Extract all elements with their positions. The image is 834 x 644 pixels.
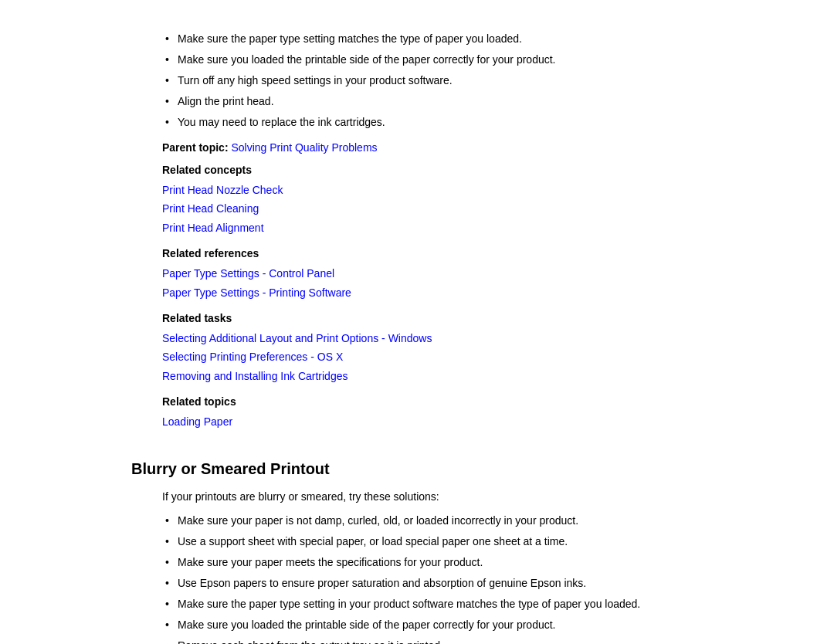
task-link-1: Selecting Additional Layout and Print Op… — [162, 330, 703, 347]
bullet-item-2: Make sure you loaded the printable side … — [162, 52, 703, 68]
bullet-item-4: Align the print head. — [162, 93, 703, 110]
concept-link-alignment[interactable]: Print Head Alignment — [162, 222, 264, 234]
related-concepts-block: Related concepts Print Head Nozzle Check… — [162, 162, 703, 236]
concept-link-2: Print Head Cleaning — [162, 200, 703, 217]
chapter-heading: Blurry or Smeared Printout — [131, 452, 703, 478]
parent-topic-block: Parent topic: Solving Print Quality Prob… — [162, 140, 703, 156]
reference-link-1: Paper Type Settings - Control Panel — [162, 265, 703, 282]
task-link-windows[interactable]: Selecting Additional Layout and Print Op… — [162, 332, 432, 344]
task-link-2: Selecting Printing Preferences - OS X — [162, 348, 703, 365]
reference-link-printing-software[interactable]: Paper Type Settings - Printing Software — [162, 286, 351, 299]
topic-link-1: Loading Paper — [162, 413, 703, 430]
related-tasks-list: Selecting Additional Layout and Print Op… — [162, 330, 703, 385]
topic-link-loading-paper[interactable]: Loading Paper — [162, 415, 232, 428]
page-container: Make sure the paper type setting matches… — [70, 0, 764, 644]
bullet-item-3: Turn off any high speed settings in your… — [162, 73, 703, 89]
concept-link-nozzle[interactable]: Print Head Nozzle Check — [162, 184, 283, 196]
parent-topic-link[interactable]: Solving Print Quality Problems — [231, 141, 377, 154]
chapter-bullet-7: Remove each sheet from the output tray a… — [162, 638, 703, 644]
bullet-item-5: You may need to replace the ink cartridg… — [162, 114, 703, 130]
chapter-bullet-list: Make sure your paper is not damp, curled… — [162, 513, 703, 644]
related-references-heading: Related references — [162, 246, 703, 262]
chapter-bullet-2: Use a support sheet with special paper, … — [162, 534, 703, 550]
reference-link-control-panel[interactable]: Paper Type Settings - Control Panel — [162, 267, 334, 280]
related-concepts-heading: Related concepts — [162, 162, 703, 178]
parent-topic-line: Parent topic: Solving Print Quality Prob… — [162, 140, 703, 156]
related-topics-heading: Related topics — [162, 394, 703, 410]
chapter-bullet-6: Make sure you loaded the printable side … — [162, 617, 703, 633]
chapter-bullet-3: Make sure your paper meets the specifica… — [162, 554, 703, 571]
related-tasks-heading: Related tasks — [162, 310, 703, 327]
concept-link-3: Print Head Alignment — [162, 219, 703, 236]
related-references-block: Related references Paper Type Settings -… — [162, 246, 703, 301]
related-references-list: Paper Type Settings - Control Panel Pape… — [162, 265, 703, 301]
task-link-ink-cartridges[interactable]: Removing and Installing Ink Cartridges — [162, 370, 348, 382]
concept-link-1: Print Head Nozzle Check — [162, 181, 703, 198]
related-concepts-list: Print Head Nozzle Check Print Head Clean… — [162, 181, 703, 236]
related-topics-list: Loading Paper — [162, 413, 703, 430]
task-link-3: Removing and Installing Ink Cartridges — [162, 368, 703, 385]
chapter-bullet-1: Make sure your paper is not damp, curled… — [162, 513, 703, 529]
chapter-intro: If your printouts are blurry or smeared,… — [162, 489, 703, 505]
parent-topic-label: Parent topic: — [162, 141, 229, 154]
related-topics-block: Related topics Loading Paper — [162, 394, 703, 430]
task-link-osx[interactable]: Selecting Printing Preferences - OS X — [162, 351, 343, 363]
chapter-bullet-4: Use Epson papers to ensure proper satura… — [162, 575, 703, 591]
related-tasks-block: Related tasks Selecting Additional Layou… — [162, 310, 703, 385]
bullet-item-1: Make sure the paper type setting matches… — [162, 31, 703, 47]
concept-link-cleaning[interactable]: Print Head Cleaning — [162, 202, 259, 215]
chapter-bullet-5: Make sure the paper type setting in your… — [162, 596, 703, 612]
reference-link-2: Paper Type Settings - Printing Software — [162, 284, 703, 301]
top-bullet-list: Make sure the paper type setting matches… — [162, 31, 703, 130]
